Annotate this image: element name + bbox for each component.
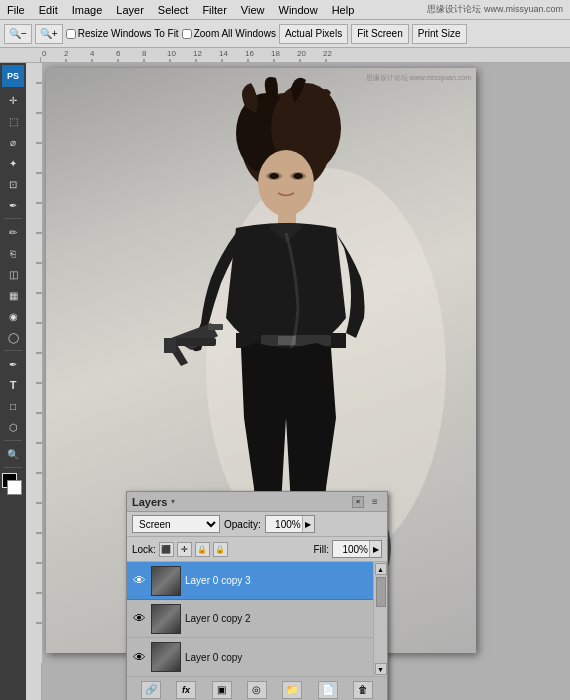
panel-lock-row: Lock: ⬛ ✛ 🔒 🔒 Fill: ▶ xyxy=(127,537,387,562)
menu-window[interactable]: Window xyxy=(272,0,325,19)
link-layers-btn[interactable]: 🔗 xyxy=(141,681,161,699)
select-tool[interactable]: ⬚ xyxy=(2,111,24,131)
crop-tool[interactable]: ⊡ xyxy=(2,174,24,194)
lock-all-btn[interactable]: 🔒 xyxy=(195,542,210,557)
menu-edit[interactable]: Edit xyxy=(32,0,65,19)
menu-file[interactable]: File xyxy=(0,0,32,19)
panel-titlebar: Layers ▾ × ≡ xyxy=(127,492,387,512)
svg-text:8: 8 xyxy=(142,49,147,58)
svg-rect-25 xyxy=(26,63,42,663)
path-tool[interactable]: ⬡ xyxy=(2,417,24,437)
new-group-btn[interactable]: 📁 xyxy=(282,681,302,699)
fill-arrow[interactable]: ▶ xyxy=(369,541,381,557)
lock-position-btn[interactable]: ✛ xyxy=(177,542,192,557)
ruler-horizontal: 0 2 4 6 8 10 12 14 16 18 20 22 xyxy=(0,48,570,63)
menu-select[interactable]: Select xyxy=(151,0,196,19)
opacity-arrow[interactable]: ▶ xyxy=(302,516,314,532)
dodge-tool[interactable]: ◯ xyxy=(2,327,24,347)
shape-tool[interactable]: □ xyxy=(2,396,24,416)
lock-label: Lock: xyxy=(132,544,156,555)
layer-name-copy2: Layer 0 copy 2 xyxy=(185,613,251,624)
layers-list: 👁 Layer 0 copy 3 👁 Layer 0 copy 2 xyxy=(127,562,373,676)
svg-point-49 xyxy=(258,150,314,216)
left-toolbar: PS ✛ ⬚ ⌀ ✦ ⊡ ✒ ✏ ⎗ ◫ ▦ ◉ ◯ ✒ T □ ⬡ 🔍 xyxy=(0,63,26,700)
layers-list-wrap: 👁 Layer 0 copy 3 👁 Layer 0 copy 2 xyxy=(127,562,387,676)
zoom-all-check[interactable]: Zoom All Windows xyxy=(182,28,276,39)
new-layer-btn[interactable]: 📄 xyxy=(318,681,338,699)
wand-tool[interactable]: ✦ xyxy=(2,153,24,173)
ruler-v-svg xyxy=(26,63,42,663)
layer-item-copy[interactable]: 👁 Layer 0 copy xyxy=(127,638,373,676)
menu-layer[interactable]: Layer xyxy=(109,0,151,19)
svg-rect-59 xyxy=(164,338,176,353)
lock-extra-btn[interactable]: 🔒 xyxy=(213,542,228,557)
menu-filter[interactable]: Filter xyxy=(195,0,233,19)
panel-close-btn[interactable]: × xyxy=(352,496,364,508)
panel-blend-row: Screen Opacity: ▶ xyxy=(127,512,387,537)
panel-title: Layers xyxy=(132,496,167,508)
menu-help[interactable]: Help xyxy=(325,0,362,19)
opacity-input[interactable] xyxy=(266,519,302,530)
panel-footer: 🔗 fx ▣ ◎ 📁 📄 🗑 xyxy=(127,676,387,700)
new-fill-btn[interactable]: ▣ xyxy=(212,681,232,699)
lasso-tool[interactable]: ⌀ xyxy=(2,132,24,152)
layer-thumb-copy xyxy=(151,642,181,672)
panel-menu-btn[interactable]: ≡ xyxy=(368,495,382,509)
svg-text:2: 2 xyxy=(64,49,69,58)
color-swatch[interactable] xyxy=(2,473,24,495)
panel-tab-icon: ▾ xyxy=(171,497,175,506)
stamp-tool[interactable]: ⎗ xyxy=(2,243,24,263)
move-tool[interactable]: ✛ xyxy=(2,90,24,110)
svg-point-52 xyxy=(269,173,279,179)
layer-item-copy3[interactable]: 👁 Layer 0 copy 3 xyxy=(127,562,373,600)
scroll-up[interactable]: ▲ xyxy=(375,563,387,575)
scroll-thumb[interactable] xyxy=(376,577,386,607)
layer-eye-copy3[interactable]: 👁 xyxy=(131,573,147,589)
layers-scrollbar[interactable]: ▲ ▼ xyxy=(373,562,387,676)
layer-thumb-copy3 xyxy=(151,566,181,596)
svg-text:22: 22 xyxy=(323,49,332,58)
resize-windows-check[interactable]: Resize Windows To Fit xyxy=(66,28,179,39)
layer-item-copy2[interactable]: 👁 Layer 0 copy 2 xyxy=(127,600,373,638)
background-color[interactable] xyxy=(7,480,22,495)
svg-text:18: 18 xyxy=(271,49,280,58)
ruler-h-svg: 0 2 4 6 8 10 12 14 16 18 20 22 xyxy=(40,48,570,62)
eraser-tool[interactable]: ◫ xyxy=(2,264,24,284)
svg-rect-60 xyxy=(208,324,223,330)
zoom-tool[interactable]: 🔍 xyxy=(2,444,24,464)
svg-text:12: 12 xyxy=(193,49,202,58)
opacity-label: Opacity: xyxy=(224,519,261,530)
lock-pixels-btn[interactable]: ⬛ xyxy=(159,542,174,557)
eyedrop-tool[interactable]: ✒ xyxy=(2,195,24,215)
text-tool[interactable]: T xyxy=(2,375,24,395)
menu-view[interactable]: View xyxy=(234,0,272,19)
brush-tool[interactable]: ✏ xyxy=(2,222,24,242)
layer-eye-copy2[interactable]: 👁 xyxy=(131,611,147,627)
zoom-out-btn[interactable]: 🔍− xyxy=(4,24,32,44)
svg-text:16: 16 xyxy=(245,49,254,58)
blend-mode-select[interactable]: Screen xyxy=(132,515,220,533)
layer-eye-copy[interactable]: 👁 xyxy=(131,649,147,665)
new-adjustment-btn[interactable]: ◎ xyxy=(247,681,267,699)
actual-pixels-btn[interactable]: Actual Pixels xyxy=(279,24,348,44)
canvas-area: 思缘设计论坛 www.missyuan.com xyxy=(26,63,570,700)
fx-btn[interactable]: fx xyxy=(176,681,196,699)
svg-text:20: 20 xyxy=(297,49,306,58)
fit-screen-btn[interactable]: Fit Screen xyxy=(351,24,409,44)
gradient-tool[interactable]: ▦ xyxy=(2,285,24,305)
blur-tool[interactable]: ◉ xyxy=(2,306,24,326)
fill-input[interactable] xyxy=(333,544,369,555)
ruler-vertical xyxy=(26,63,42,700)
zoom-in-btn[interactable]: 🔍+ xyxy=(35,24,63,44)
delete-layer-btn[interactable]: 🗑 xyxy=(353,681,373,699)
svg-point-53 xyxy=(293,173,303,179)
layer-name-copy3: Layer 0 copy 3 xyxy=(185,575,251,586)
layers-panel: Layers ▾ × ≡ Screen Opacity: ▶ xyxy=(126,491,388,700)
menu-image[interactable]: Image xyxy=(65,0,110,19)
scroll-down[interactable]: ▼ xyxy=(375,663,387,675)
options-toolbar: 🔍− 🔍+ Resize Windows To Fit Zoom All Win… xyxy=(0,20,570,48)
svg-text:6: 6 xyxy=(116,49,121,58)
pen-tool[interactable]: ✒ xyxy=(2,354,24,374)
print-size-btn[interactable]: Print Size xyxy=(412,24,467,44)
svg-text:10: 10 xyxy=(167,49,176,58)
